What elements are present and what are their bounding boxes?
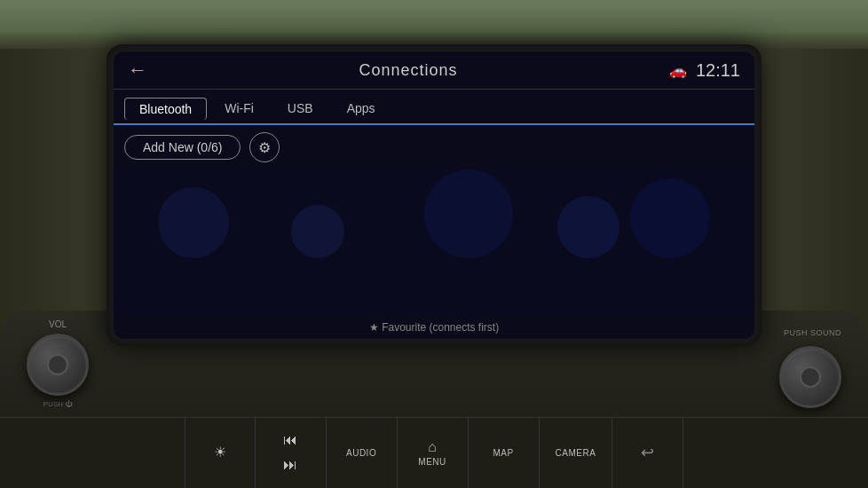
skip-controls: ⏮ ⏭ — [256, 418, 327, 488]
audio-button[interactable]: AUDIO — [327, 418, 398, 488]
screen-title: Connections — [359, 61, 457, 80]
vol-knob-area: VOL PUSH ⏻ — [27, 319, 89, 408]
tabs-row: Bluetooth Wi-Fi USB Apps — [114, 90, 754, 125]
menu-button[interactable]: ⌂ MENU — [398, 418, 469, 488]
screen-header: ← Connections 🚗 12:11 — [114, 51, 754, 90]
tab-usb[interactable]: USB — [272, 97, 329, 120]
controls-bar: ☀ ⏮ ⏭ AUDIO ⌂ MENU MAP CAMERA ↩ — [0, 417, 868, 488]
back-button[interactable]: ← — [128, 59, 147, 82]
bokeh-5 — [630, 178, 710, 258]
screen-bezel: ← Connections 🚗 12:11 Bluetooth Wi-Fi US… — [107, 44, 761, 346]
clock-display: 12:11 — [696, 60, 740, 81]
back-nav-icon: ↩ — [641, 443, 654, 462]
sound-knob-area — [779, 346, 841, 408]
map-button[interactable]: MAP — [469, 418, 540, 488]
tab-apps[interactable]: Apps — [331, 97, 391, 120]
brightness-button[interactable]: ☀ — [185, 418, 256, 488]
windshield-area — [0, 0, 868, 49]
screen-footer: ★ Favourite (connects first) — [114, 316, 754, 339]
header-right: 🚗 12:11 — [669, 60, 740, 81]
favourite-note: ★ Favourite (connects first) — [369, 321, 499, 334]
vol-knob[interactable] — [27, 334, 89, 396]
back-nav-button[interactable]: ↩ — [612, 418, 683, 488]
content-area — [114, 169, 754, 316]
bokeh-1 — [158, 187, 229, 258]
menu-label: MENU — [418, 457, 446, 467]
bokeh-2 — [291, 205, 344, 258]
vol-label: VOL — [49, 319, 67, 329]
menu-icon: ⌂ — [428, 439, 437, 455]
tab-wifi[interactable]: Wi-Fi — [209, 97, 270, 120]
push-label: PUSH ⏻ — [43, 400, 72, 408]
brightness-icon: ☀ — [214, 444, 226, 460]
settings-button[interactable]: ⚙ — [249, 132, 280, 162]
sound-knob[interactable] — [779, 346, 841, 408]
bokeh-bg — [114, 169, 754, 316]
car-icon: 🚗 — [669, 62, 687, 79]
skip-fwd-icon[interactable]: ⏭ — [283, 457, 297, 473]
main-screen: ← Connections 🚗 12:11 Bluetooth Wi-Fi US… — [114, 51, 754, 339]
tab-bluetooth[interactable]: Bluetooth — [124, 98, 207, 120]
audio-label: AUDIO — [346, 448, 376, 458]
push-sound-label: PUSH SOUND — [784, 328, 841, 337]
camera-label: CAMERA — [556, 448, 596, 458]
bokeh-3 — [424, 169, 513, 258]
skip-back-icon[interactable]: ⏮ — [283, 432, 297, 448]
action-row: Add New (0/6) ⚙ — [114, 125, 754, 169]
camera-button[interactable]: CAMERA — [540, 418, 613, 488]
add-new-button[interactable]: Add New (0/6) — [124, 135, 241, 160]
map-label: MAP — [493, 448, 514, 458]
bokeh-4 — [557, 196, 619, 258]
